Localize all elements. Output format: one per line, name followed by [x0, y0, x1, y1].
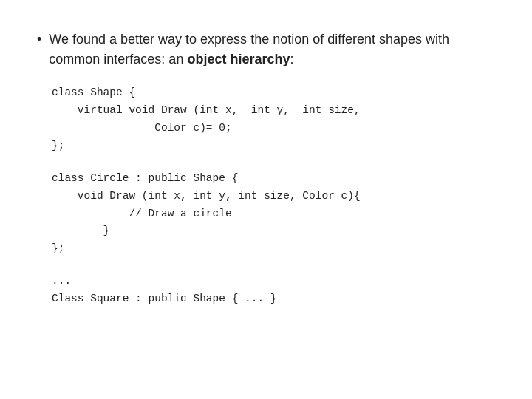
code-section-3: ... Class Square : public Shape { ... } [37, 273, 495, 308]
intro-section: • We found a better way to express the n… [37, 30, 495, 69]
code-circle-class: class Circle : public Shape { void Draw … [52, 170, 495, 259]
code-section-1: class Shape { virtual void Draw (int x, … [37, 84, 495, 155]
bullet-icon: • [37, 30, 41, 69]
code-shape-class: class Shape { virtual void Draw (int x, … [52, 84, 495, 155]
slide-container: • We found a better way to express the n… [0, 0, 532, 399]
intro-text: We found a better way to express the not… [49, 30, 495, 69]
intro-bold-text: object hierarchy [187, 52, 290, 66]
code-dots: ... [52, 273, 495, 290]
intro-text-part2: : [290, 52, 293, 66]
code-square-class: Class Square : public Shape { ... } [52, 290, 495, 308]
code-section-2: class Circle : public Shape { void Draw … [37, 170, 495, 259]
